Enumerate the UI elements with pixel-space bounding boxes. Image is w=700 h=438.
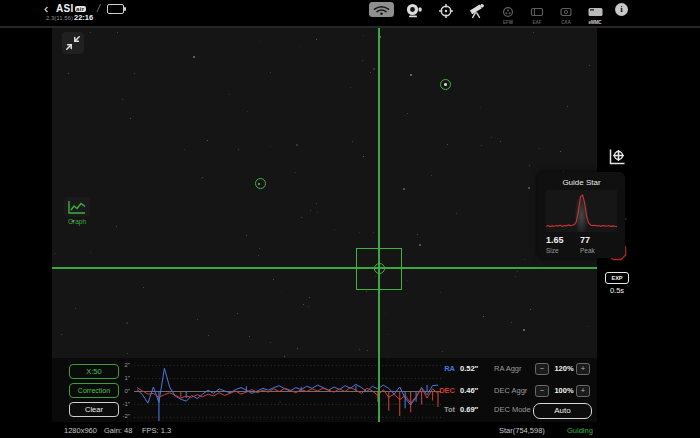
background-star [237,313,238,314]
ra-stat-label: RA [433,364,455,373]
resolution-value: 1280x960 [64,426,97,435]
background-star [184,149,185,150]
background-star [229,94,230,95]
guide-star-profile-chart [546,190,617,232]
background-star [301,217,302,218]
background-star [539,148,540,149]
background-star [122,99,123,100]
background-star [126,322,128,324]
ra-stat-value: 0.52″ [460,364,478,373]
background-star [511,322,512,323]
telescope-icon[interactable] [466,3,486,19]
emmc-label: eMMC [585,21,605,26]
background-star [249,336,250,337]
background-star [270,72,271,73]
background-star [456,213,457,214]
crosshair-vertical-line [378,28,380,422]
exposure-button[interactable]: EXP [605,272,629,284]
asiair-logo-badge: air [75,6,86,12]
dec-aggr-plus-button[interactable]: + [576,385,590,397]
background-star [259,248,260,249]
dec-mode-label: DEC Mode [494,405,531,414]
info-icon[interactable]: i [615,3,628,16]
background-star [588,326,589,327]
separator: / [97,2,100,14]
dec-mode-auto-button[interactable]: Auto [533,403,592,419]
background-star [117,32,118,33]
guide-star-panel: Guide Star 1.65 77 Size Peak [538,172,625,258]
background-star [116,226,117,227]
background-star [524,259,525,260]
background-star [127,353,128,354]
background-star [90,32,91,33]
clock-time: 22:16 [74,13,93,22]
gain-value: Gain: 48 [104,426,132,435]
emmc-storage-icon[interactable]: eMMC [585,3,605,19]
guide-star-center-marker [374,263,385,274]
crosshair-horizontal-line [52,267,597,269]
graph-toggle-button[interactable]: Graph [62,197,92,226]
background-star [90,252,91,253]
background-star [258,255,259,256]
guide-target-icon[interactable] [436,3,456,19]
background-star [405,115,406,116]
dec-aggr-minus-button[interactable]: − [535,385,549,397]
guiding-state-badge: Guiding [567,426,593,435]
background-star [352,141,353,142]
graph-button-label: Graph [62,218,92,225]
back-chevron-icon[interactable]: ‹ [44,2,48,15]
ra-aggr-value: 120% [551,364,577,373]
tot-stat-value: 0.69″ [460,405,478,414]
background-star [370,72,371,73]
selected-star-coords: Star(754,598) [499,426,545,435]
background-star [246,235,247,236]
ra-aggr-minus-button[interactable]: − [535,363,549,375]
background-star [130,118,131,119]
background-star [447,144,448,145]
background-star [143,287,144,288]
background-star [483,316,484,317]
background-star [517,271,518,272]
eaf-focuser-icon[interactable]: EAF [527,3,547,19]
background-star [308,306,309,307]
background-star [297,348,298,349]
ra-aggr-plus-button[interactable]: + [576,363,590,375]
background-star [247,111,248,112]
dec-stat-label: DEC [433,386,455,395]
background-star [281,292,282,293]
dec-stat-value: 0.46″ [460,386,478,395]
background-star [197,319,198,320]
ra-aggr-label: RA Aggr [494,364,522,373]
collapse-view-button[interactable] [62,32,84,54]
main-camera-icon[interactable] [404,3,424,19]
background-star [442,351,443,352]
background-star [207,140,208,141]
background-star [259,41,260,42]
guiding-graph-icon[interactable] [606,146,628,168]
y-axis-tick: -2″ [104,413,130,419]
wifi-icon[interactable] [369,2,394,17]
star-marker [255,178,266,189]
guide-star-peak-value: 77 [580,235,590,245]
caa-rotator-icon[interactable]: CAA [556,3,576,19]
background-star [481,145,482,146]
top-bar: ‹ ASIair 2.3(11.56) / 22:16 [0,0,700,28]
background-star [238,149,239,150]
background-star [362,60,363,61]
background-star [334,229,335,230]
asiair-guiding-screen: ‹ ASIair 2.3(11.56) / 22:16 [0,0,700,438]
firmware-version: 2.3(11.56) [46,15,73,21]
background-star [530,309,531,310]
background-star [480,107,481,108]
y-axis-tick: 2″ [104,362,130,368]
graph-icon [64,197,90,217]
background-star [589,65,590,66]
exposure-value: 0.5s [603,286,631,295]
background-star [385,313,386,314]
background-star [284,356,285,357]
background-star [403,188,405,190]
efw-filter-wheel-icon[interactable]: EFW [498,3,518,19]
background-star [303,304,304,305]
background-star [202,177,203,178]
background-star [359,349,360,350]
